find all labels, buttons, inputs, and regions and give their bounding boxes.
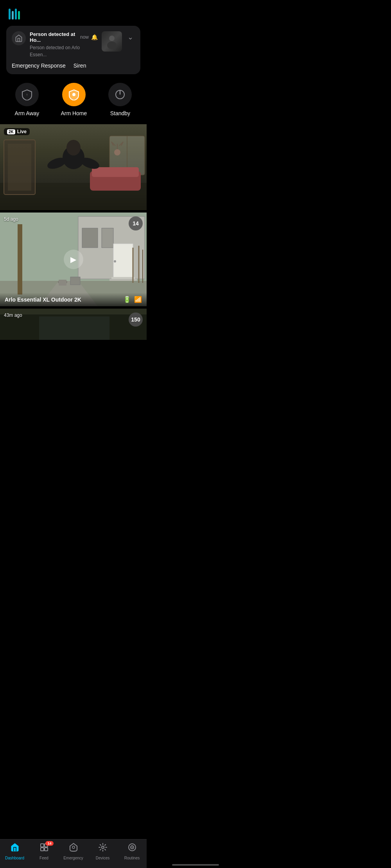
svg-rect-41 — [39, 316, 109, 340]
standby-label: Standby — [110, 110, 130, 116]
camera-status-icons: 🔋 📶 — [123, 296, 142, 303]
emergency-response-button[interactable]: Emergency Response — [12, 63, 66, 69]
svg-point-4 — [109, 36, 115, 41]
recorded-camera-feed[interactable]: 5d ago 14 ▶ Arlo Essential XL Outdoor 2K… — [0, 213, 147, 306]
svg-rect-25 — [102, 228, 113, 248]
resolution-badge: 2K — [7, 129, 15, 134]
svg-rect-0 — [9, 9, 11, 20]
svg-rect-26 — [113, 244, 133, 279]
arm-home-mode[interactable]: Arm Home — [61, 83, 87, 116]
notification-icon — [12, 31, 26, 45]
live-indicator: Live — [17, 129, 27, 134]
arm-away-label: Arm Away — [15, 110, 39, 116]
partial-clip-count: 150 — [129, 313, 143, 327]
svg-rect-38 — [70, 277, 80, 285]
camera-name-label: Arlo Essential XL Outdoor 2K — [5, 296, 81, 303]
notification-time: now — [80, 34, 89, 40]
notification-card[interactable]: Person detected at Ho... now 🔔 Person de… — [6, 26, 140, 74]
notification-description: Person detected on Arlo Essen... — [30, 45, 80, 57]
partial-time-label: 43m ago — [4, 313, 22, 318]
play-button[interactable]: ▶ — [64, 250, 83, 269]
bell-icon: 🔔 — [91, 34, 98, 40]
notification-title: Person detected at Ho... — [30, 31, 78, 43]
arm-away-mode[interactable]: ↑ Arm Away — [15, 83, 39, 116]
notification-content: Person detected at Ho... now 🔔 Person de… — [30, 31, 98, 58]
arm-home-circle — [62, 83, 86, 106]
notification-thumbnail — [102, 31, 122, 52]
notification-collapse-button[interactable]: ⌄ — [126, 31, 135, 43]
notification-actions: Emergency Response Siren — [12, 63, 135, 69]
svg-point-7 — [72, 93, 75, 96]
clip-count-badge: 14 — [129, 216, 143, 230]
svg-rect-2 — [15, 9, 17, 20]
svg-point-18 — [66, 140, 81, 155]
svg-rect-16 — [92, 167, 139, 177]
arm-away-circle: ↑ — [15, 83, 39, 106]
app-logo — [6, 5, 23, 23]
svg-point-27 — [114, 260, 116, 263]
battery-icon: 🔋 — [123, 296, 131, 303]
top-bar — [0, 0, 147, 26]
svg-rect-1 — [12, 11, 14, 20]
time-ago-label: 5d ago — [4, 216, 18, 222]
modes-row: ↑ Arm Away Arm Home Standby — [0, 79, 147, 124]
arm-home-label: Arm Home — [61, 110, 87, 116]
svg-rect-24 — [82, 228, 98, 248]
svg-point-21 — [114, 149, 120, 155]
svg-text:↑: ↑ — [26, 93, 28, 97]
svg-rect-37 — [59, 280, 66, 286]
live-badge: 2K Live — [4, 128, 30, 135]
wifi-icon: 📶 — [134, 296, 142, 303]
svg-rect-3 — [18, 11, 20, 20]
svg-rect-31 — [18, 224, 22, 295]
svg-point-5 — [107, 41, 117, 49]
standby-mode[interactable]: Standby — [108, 83, 132, 116]
siren-button[interactable]: Siren — [74, 63, 86, 69]
camera-info-bar: Arlo Essential XL Outdoor 2K 🔋 📶 — [0, 293, 147, 306]
svg-rect-12 — [8, 144, 31, 191]
partial-camera-feed[interactable]: 43m ago 150 — [0, 309, 147, 340]
standby-circle — [108, 83, 132, 106]
live-camera-feed[interactable]: 2K Live — [0, 124, 147, 210]
